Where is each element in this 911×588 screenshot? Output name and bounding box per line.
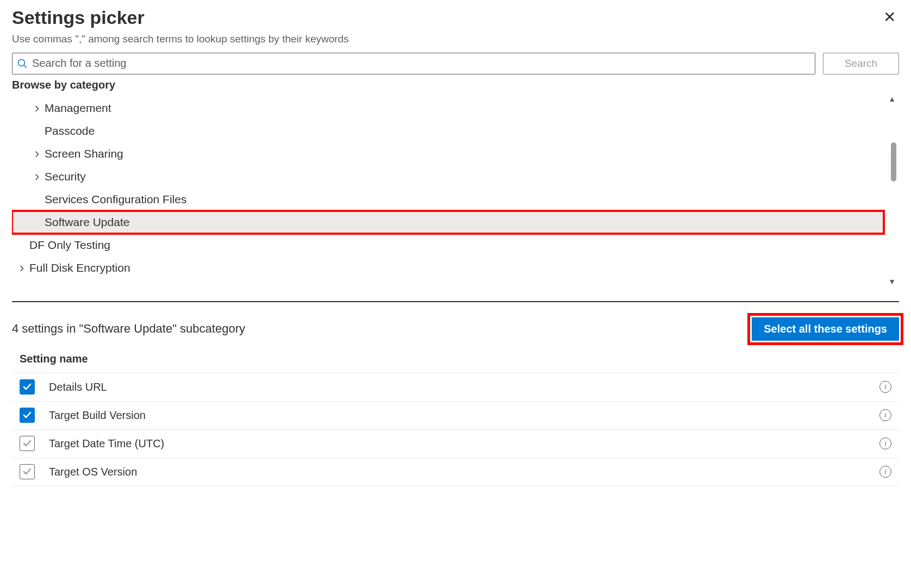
- svg-point-0: [18, 59, 25, 66]
- page-title: Settings picker: [12, 7, 349, 29]
- subcategory-summary: 4 settings in "Software Update" subcateg…: [12, 322, 245, 336]
- category-label: DF Only Testing: [29, 239, 110, 252]
- search-button[interactable]: Search: [823, 53, 899, 74]
- category-label: Full Disk Encryption: [29, 261, 130, 274]
- category-item-services-configuration-files[interactable]: Services Configuration Files: [12, 188, 884, 211]
- category-item-full-disk-encryption[interactable]: ›Full Disk Encryption: [12, 257, 884, 279]
- chevron-right-icon: ›: [14, 259, 29, 276]
- setting-name-label: Details URL: [49, 381, 879, 393]
- info-icon[interactable]: i: [879, 409, 891, 421]
- table-row: Target OS Versioni: [12, 458, 899, 486]
- svg-line-1: [24, 65, 27, 68]
- category-scroll-area: ▲ ▼ ›ManagementPasscode›Screen Sharing›S…: [12, 92, 899, 288]
- setting-checkbox[interactable]: [20, 408, 35, 423]
- chevron-right-icon: ›: [29, 168, 45, 185]
- category-label: Services Configuration Files: [45, 193, 186, 206]
- chevron-right-icon: ›: [29, 99, 45, 116]
- table-header-setting-name[interactable]: Setting name: [12, 353, 899, 373]
- category-label: Security: [45, 170, 86, 183]
- setting-checkbox[interactable]: [20, 436, 35, 451]
- search-icon: [17, 58, 28, 69]
- section-divider: [12, 301, 899, 302]
- category-item-screen-sharing[interactable]: ›Screen Sharing: [12, 142, 884, 165]
- search-input[interactable]: [31, 57, 810, 70]
- category-item-passcode[interactable]: Passcode: [12, 120, 884, 142]
- info-icon[interactable]: i: [879, 466, 891, 478]
- setting-name-label: Target Date Time (UTC): [49, 437, 879, 450]
- category-label: Screen Sharing: [45, 147, 123, 160]
- setting-checkbox[interactable]: [20, 464, 35, 479]
- info-icon[interactable]: i: [879, 437, 891, 449]
- scroll-up-arrow[interactable]: ▲: [888, 95, 896, 103]
- category-label: Passcode: [45, 124, 95, 137]
- chevron-right-icon: ›: [29, 145, 45, 162]
- page-subtitle: Use commas "," among search terms to loo…: [12, 33, 349, 45]
- scroll-down-arrow[interactable]: ▼: [888, 277, 896, 286]
- info-icon[interactable]: i: [879, 381, 891, 393]
- close-button[interactable]: ✕: [880, 8, 899, 27]
- category-label: Management: [45, 102, 111, 115]
- setting-checkbox[interactable]: [20, 379, 35, 395]
- search-input-container[interactable]: [12, 53, 815, 74]
- table-row: Target Date Time (UTC)i: [12, 430, 899, 458]
- category-item-df-only-testing[interactable]: DF Only Testing: [12, 234, 884, 257]
- category-item-management[interactable]: ›Management: [12, 97, 884, 120]
- browse-by-category-label: Browse by category: [12, 79, 899, 91]
- setting-name-label: Target Build Version: [49, 409, 879, 422]
- scrollbar-thumb[interactable]: [891, 142, 896, 182]
- category-item-software-update[interactable]: Software Update: [12, 211, 884, 234]
- select-all-button[interactable]: Select all these settings: [752, 317, 899, 341]
- table-row: Target Build Versioni: [12, 402, 899, 430]
- category-label: Software Update: [45, 216, 129, 229]
- category-item-security[interactable]: ›Security: [12, 165, 884, 188]
- setting-name-label: Target OS Version: [49, 466, 879, 478]
- table-row: Details URLi: [12, 373, 899, 402]
- close-icon: ✕: [883, 9, 896, 26]
